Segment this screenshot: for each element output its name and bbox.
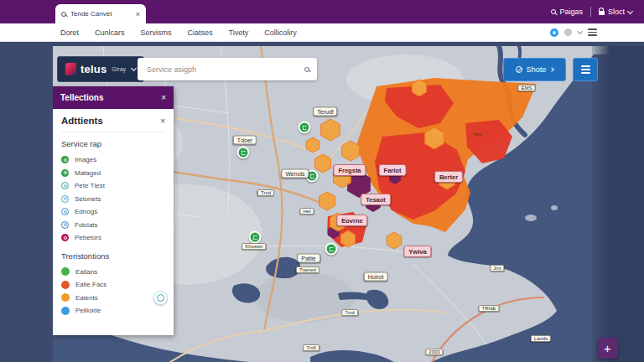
map-search-bar[interactable] [138,58,317,80]
map-marker[interactable] [237,147,250,159]
map-label[interactable]: Wenols [281,169,309,178]
legend-color-icon [61,267,70,276]
map-label[interactable]: Tdoer [233,136,257,145]
telus-coverage-page: Tende Canvet × Paigas Sloct DoretCunlcar… [0,0,644,362]
map-label[interactable]: hov [470,131,486,137]
map-marker[interactable] [325,243,338,256]
panel-title: Adttients [61,116,103,126]
legend-item[interactable]: Pete Tlest [61,179,165,193]
nav-item-tivety[interactable]: Tivety [229,28,249,37]
telus-logo-button[interactable]: telus Giray [57,56,144,82]
legend-color-icon [61,208,69,215]
legend-label: Selonets [75,195,101,203]
legend-label: Ealle Facs [75,281,106,288]
zoom-in-button[interactable]: + [597,338,618,359]
chevron-down-icon[interactable] [577,28,583,34]
map-label[interactable]: 2003 [425,349,443,355]
legend-label: Images [75,156,96,163]
share-icon [516,66,522,73]
legend-color-icon [61,293,70,302]
legend-label: Ealents [75,294,98,302]
search-icon [551,9,556,14]
legend-item[interactable]: Ealents [61,292,165,305]
hamburger-menu-icon[interactable] [588,28,597,36]
map-label[interactable]: TRIdE [478,305,499,312]
legend-item[interactable]: Eallans [61,266,165,279]
legend-item[interactable]: Images [61,153,165,167]
legend-label: Pellioide [75,307,101,314]
map-label[interactable]: Trameit [296,266,319,273]
nav-menu: DoretCunlcarsServismsCiatsesTivetyCollic… [60,28,297,37]
chrome-account-label: Sloct [608,8,625,16]
chrome-account-button[interactable]: Sloct [599,8,632,16]
legend-item[interactable]: Pebetors [61,231,165,245]
map-label[interactable]: Patile [297,254,320,263]
map-label[interactable]: Jmi [490,265,504,272]
browser-tab[interactable]: Tende Canvet × [55,4,146,23]
map-label[interactable]: 7m6 [303,344,319,351]
legend-label: Pete Tlest [75,182,105,189]
legend-section-heading: Treristontions [61,251,165,261]
map-label[interactable]: Ywlva [403,246,431,257]
tab-title: Tende Canvet [70,10,132,18]
map-marker[interactable] [249,231,262,244]
nav-icons [550,28,597,37]
browser-actions: Paigas Sloct [551,0,632,23]
legend-item[interactable]: Ednogs [61,205,165,219]
map-label[interactable]: Farlot [379,164,407,176]
legend-label: Folciats [75,221,98,229]
map-label[interactable]: Berter [434,171,463,183]
legend-panel-body: Adttients × Service rapImagesMatagedPete… [53,109,174,318]
hamburger-menu-icon [581,65,590,74]
map-label[interactable]: Terudf [313,107,337,116]
locate-me-button[interactable] [153,291,168,305]
divider [590,7,591,17]
tab-search-icon [61,12,66,17]
legend-color-icon [61,169,69,177]
legend-color-icon [61,307,70,315]
profile-icon[interactable] [550,28,558,37]
nav-item-servisms[interactable]: Servisms [141,28,172,37]
map-label[interactable]: Eovrne [336,215,367,226]
legend-item[interactable]: Pellioide [61,304,165,318]
legend-item[interactable]: Ealle Facs [61,278,165,292]
legend-label: Mataged [75,169,101,177]
legend-color-icon [61,281,70,289]
map-label[interactable]: Tesaot [361,194,391,205]
map-search-input[interactable] [145,65,304,75]
panel-header-title: Tellections [60,93,104,102]
brand-suffix: Giray [112,66,126,72]
legend-sections: Service rapImagesMatagedPete TlestSelone… [61,139,165,318]
map-label[interactable]: Huirot [364,272,388,282]
nav-item-collicoliry[interactable]: Collicoliry [264,28,297,37]
coverage-map[interactable]: TerudfTdoerWenolsTrodHelKhossinPatileTra… [53,46,644,362]
map-right-panel-band [592,46,644,362]
legend-color-icon [61,156,69,163]
share-button[interactable]: Shote [503,58,566,81]
map-label[interactable]: Trod [257,189,274,196]
chrome-search-label: Paigas [559,8,583,16]
secondary-profile-icon[interactable] [564,28,572,36]
map-menu-button[interactable] [573,58,598,81]
share-label: Shote [527,65,547,74]
chevron-down-icon [627,8,633,13]
map-label[interactable]: Hel [299,208,314,215]
legend-color-icon [61,182,69,189]
map-marker[interactable] [299,122,311,134]
map-label[interactable]: EMS [517,85,535,91]
tab-close-icon[interactable]: × [136,10,140,18]
legend-item[interactable]: Selonets [61,193,165,206]
map-label[interactable]: 7md [341,309,358,316]
chevron-right-icon [549,67,554,72]
map-label[interactable]: Fregsta [333,164,366,176]
nav-item-cunlcars[interactable]: Cunlcars [95,28,125,37]
map-label[interactable]: Lands [531,335,551,342]
nav-item-doret[interactable]: Doret [60,28,79,37]
legend-item[interactable]: Folciats [61,219,165,232]
legend-item[interactable]: Mataged [61,167,165,180]
nav-item-ciatses[interactable]: Ciatses [188,28,213,37]
panel-title-close-icon[interactable]: × [160,116,165,126]
chrome-search-button[interactable]: Paigas [551,8,583,16]
map-label[interactable]: Khossin [242,243,266,250]
panel-close-icon[interactable]: × [161,93,166,102]
